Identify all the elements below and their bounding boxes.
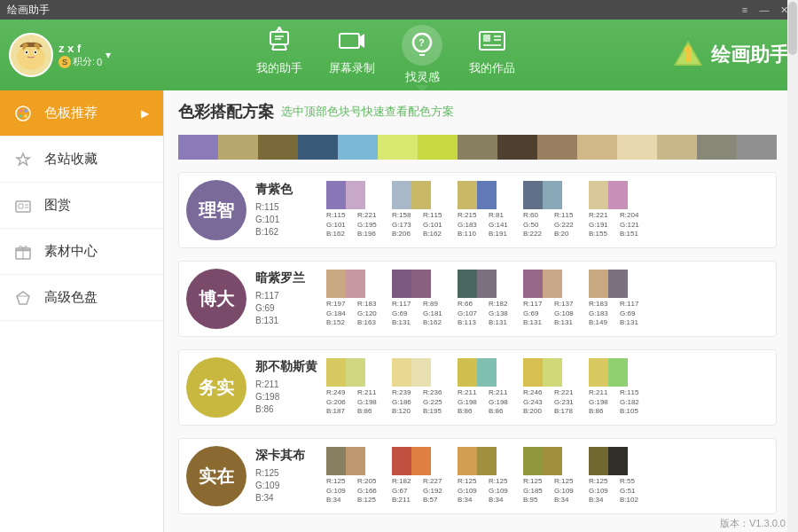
top-swatch[interactable] xyxy=(458,135,497,160)
nav-label-inspire: 找灵感 xyxy=(405,69,440,85)
top-swatch[interactable] xyxy=(537,135,577,160)
top-swatches[interactable] xyxy=(178,135,777,160)
palette-info: R:125 G:185 B:95R:125 G:109 B:34 xyxy=(523,477,583,505)
top-swatch[interactable] xyxy=(178,135,218,160)
top-swatch[interactable] xyxy=(577,135,617,160)
palette-item[interactable]: R:183 G:183 B:149R:117 G:69 B:131 xyxy=(589,270,649,328)
minimize-btn[interactable]: — xyxy=(757,4,771,16)
color-swatch[interactable] xyxy=(326,181,346,209)
color-swatch[interactable] xyxy=(458,358,477,387)
user-dropdown-arrow[interactable]: ▾ xyxy=(106,49,111,61)
color-swatch-row xyxy=(458,447,497,475)
palette-item[interactable]: R:117 G:69 B:131R:89 G:181 B:162 xyxy=(392,270,452,328)
sidebar-item-gallery[interactable]: 图赏 xyxy=(0,183,163,229)
color-swatch[interactable] xyxy=(523,270,543,298)
palette-item[interactable]: R:221 G:191 B:155R:204 G:121 B:151 xyxy=(589,181,649,239)
color-swatch[interactable] xyxy=(346,181,365,209)
sidebar-item-materials[interactable]: 素材中心 xyxy=(0,229,163,275)
sidebar-item-palette[interactable]: 色板推荐 ▶ xyxy=(0,90,163,137)
color-swatch[interactable] xyxy=(458,270,477,298)
top-swatch[interactable] xyxy=(418,135,458,160)
palette-info: R:211 G:198 B:86R:211 G:198 B:86 xyxy=(458,388,518,417)
menu-btn[interactable]: ≡ xyxy=(738,4,752,16)
nav-item-record[interactable]: 屏幕录制 xyxy=(329,25,375,85)
top-swatch[interactable] xyxy=(697,135,737,160)
palette-item[interactable]: R:249 G:206 B:187R:211 G:198 B:86 xyxy=(326,358,387,417)
color-swatch[interactable] xyxy=(477,447,497,475)
palette-item[interactable]: R:66 G:107 B:113R:182 G:138 B:131 xyxy=(458,270,518,328)
palette-info: R:158 G:173 B:206R:115 G:101 B:162 xyxy=(392,211,452,239)
top-swatch[interactable] xyxy=(617,135,657,160)
color-swatch[interactable] xyxy=(523,447,543,475)
color-swatch[interactable] xyxy=(411,447,431,475)
color-swatch[interactable] xyxy=(411,181,431,209)
top-swatch[interactable] xyxy=(657,135,697,160)
color-swatch[interactable] xyxy=(411,270,431,298)
sidebar-item-favorites[interactable]: 名站收藏 xyxy=(0,137,163,183)
palette-item[interactable]: R:211 G:198 B:86R:115 G:182 B:105 xyxy=(589,358,649,417)
color-swatch[interactable] xyxy=(458,447,477,475)
scheme-row: 实在 深卡其布 R:125 G:109 B:34 R:125 G:109 B:3… xyxy=(178,438,777,514)
color-swatch[interactable] xyxy=(411,358,431,387)
color-swatch[interactable] xyxy=(589,181,608,209)
color-swatch[interactable] xyxy=(543,270,562,298)
color-swatch[interactable] xyxy=(589,358,608,387)
top-swatch[interactable] xyxy=(737,135,777,160)
color-swatch[interactable] xyxy=(589,447,608,475)
palette-item[interactable]: R:197 G:184 B:152R:183 G:120 B:163 xyxy=(326,270,387,328)
palette-item[interactable]: R:125 G:109 B:34R:125 G:109 B:34 xyxy=(458,447,518,505)
color-swatch[interactable] xyxy=(589,270,608,298)
color-swatch[interactable] xyxy=(326,447,346,475)
color-swatch[interactable] xyxy=(543,447,562,475)
rgb-text: R:115 G:101 B:162 xyxy=(326,211,356,239)
scheme-name: 那不勒斯黄 xyxy=(255,359,317,375)
color-swatch[interactable] xyxy=(346,270,365,298)
scrollbar-thumb[interactable] xyxy=(788,2,797,55)
nav-item-inspire[interactable]: ? 找灵感 xyxy=(402,25,442,85)
palette-item[interactable]: R:125 G:185 B:95R:125 G:109 B:34 xyxy=(523,447,583,505)
color-swatch[interactable] xyxy=(608,358,628,387)
palette-item[interactable]: R:125 G:109 B:34R:205 G:166 B:125 xyxy=(326,447,387,505)
color-swatch[interactable] xyxy=(543,181,562,209)
scrollbar[interactable] xyxy=(787,0,798,532)
top-swatch[interactable] xyxy=(497,135,537,160)
palette-item[interactable]: R:215 G:183 B:110R:81 G:141 B:191 xyxy=(458,181,518,239)
color-swatch[interactable] xyxy=(543,358,562,387)
color-swatch[interactable] xyxy=(477,181,497,209)
palette-item[interactable]: R:246 G:243 B:200R:221 G:231 B:178 xyxy=(523,358,583,417)
color-swatch[interactable] xyxy=(477,358,497,387)
color-swatch[interactable] xyxy=(326,270,346,298)
color-swatch[interactable] xyxy=(346,358,365,387)
palette-item[interactable]: R:239 G:186 B:120R:236 G:225 B:195 xyxy=(392,358,452,417)
color-swatch[interactable] xyxy=(326,358,346,387)
color-swatch[interactable] xyxy=(608,181,628,209)
palette-item[interactable]: R:211 G:198 B:86R:211 G:198 B:86 xyxy=(458,358,518,417)
color-swatch[interactable] xyxy=(346,447,365,475)
palette-item[interactable]: R:158 G:173 B:206R:115 G:101 B:162 xyxy=(392,181,452,239)
color-swatch[interactable] xyxy=(392,358,411,387)
sidebar-item-advanced[interactable]: 高级色盘 xyxy=(0,275,163,321)
palette-item[interactable]: R:125 G:109 B:34R:55 G:51 B:102 xyxy=(589,447,649,505)
color-swatch[interactable] xyxy=(523,358,543,387)
color-swatch[interactable] xyxy=(392,181,411,209)
svg-marker-41 xyxy=(17,292,29,304)
top-swatch[interactable] xyxy=(338,135,378,160)
color-swatch[interactable] xyxy=(392,447,411,475)
nav-item-assistant[interactable]: 我的助手 xyxy=(256,25,302,85)
color-swatch[interactable] xyxy=(477,270,497,298)
color-swatch[interactable] xyxy=(392,270,411,298)
top-swatch[interactable] xyxy=(378,135,418,160)
palette-item[interactable]: R:115 G:101 B:162R:221 G:195 B:196 xyxy=(326,181,387,239)
top-swatch[interactable] xyxy=(218,135,258,160)
color-swatch[interactable] xyxy=(608,447,628,475)
palette-item[interactable]: R:117 G:69 B:131R:137 G:108 B:131 xyxy=(523,270,583,328)
color-swatch[interactable] xyxy=(523,181,543,209)
top-swatch[interactable] xyxy=(258,135,298,160)
top-swatch[interactable] xyxy=(298,135,338,160)
color-swatch[interactable] xyxy=(608,270,628,298)
palette-item[interactable]: R:182 G:67 B:211R:227 G:192 B:57 xyxy=(392,447,452,505)
palette-item[interactable]: R:60 G:50 B:222R:115 G:222 B:20 xyxy=(523,181,583,239)
color-swatch[interactable] xyxy=(458,181,477,209)
title-bar: 绘画助手 ≡ — ✕ xyxy=(0,0,798,20)
nav-item-works[interactable]: 我的作品 xyxy=(469,25,515,85)
